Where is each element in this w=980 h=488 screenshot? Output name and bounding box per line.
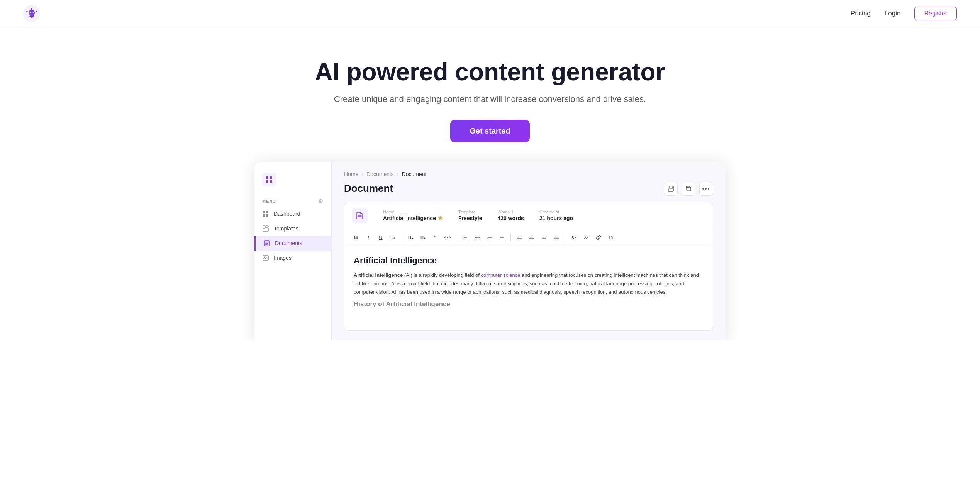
pricing-link[interactable]: Pricing (851, 10, 871, 17)
login-link[interactable]: Login (885, 10, 901, 17)
svg-rect-6 (266, 180, 268, 183)
meta-words-value: 420 words (497, 215, 524, 221)
meta-created-value: 21 hours ago (539, 215, 573, 221)
superscript-button[interactable]: X² (581, 232, 592, 243)
meta-name-label: Name (383, 210, 443, 214)
meta-bar: Name Artificial intelligence ★ Template … (344, 202, 713, 229)
clear-format-button[interactable]: Tx (605, 232, 616, 243)
meta-template: Template Freestyle (458, 210, 482, 221)
sidebar-item-dashboard[interactable]: Dashboard (254, 207, 331, 221)
breadcrumb-home[interactable]: Home (344, 171, 358, 177)
svg-point-2 (33, 12, 34, 13)
svg-rect-13 (266, 226, 268, 227)
h2-button[interactable]: H₂ (417, 232, 428, 243)
meta-created: Created at 21 hours ago (539, 210, 573, 221)
breadcrumb-documents[interactable]: Documents (366, 171, 394, 177)
documents-icon (263, 240, 270, 247)
code-button[interactable]: </> (442, 232, 453, 243)
app-preview: MENU ⚙ Dashboard (243, 162, 737, 340)
justify-button[interactable] (551, 232, 562, 243)
align-right-button[interactable] (539, 232, 549, 243)
breadcrumb-current: Document (402, 171, 427, 177)
align-center-button[interactable] (526, 232, 537, 243)
svg-rect-12 (263, 226, 265, 228)
toolbar-sep-3 (510, 234, 511, 241)
app-window: MENU ⚙ Dashboard (254, 162, 726, 340)
toolbar-sep-2 (456, 234, 456, 241)
sidebar-item-images[interactable]: Images (254, 251, 331, 265)
copy-button[interactable] (682, 182, 695, 196)
strikethrough-button[interactable]: S (388, 232, 398, 243)
breadcrumb: Home › Documents › Document (344, 171, 713, 177)
meta-template-label: Template (458, 210, 482, 214)
list-ol-button[interactable]: 123 (459, 232, 470, 243)
meta-created-label: Created at (539, 210, 573, 214)
editor[interactable]: Artificial Intelligence Artificial Intel… (344, 246, 713, 331)
sidebar-dashboard-label: Dashboard (274, 211, 300, 217)
hero-subheadline: Create unique and engaging content that … (8, 94, 972, 104)
meta-words: Words ℹ 420 words (497, 210, 524, 221)
sidebar-logo[interactable] (254, 169, 331, 194)
save-button[interactable] (664, 182, 678, 196)
svg-rect-7 (270, 180, 272, 183)
hero-section: AI powered content generator Create uniq… (0, 27, 980, 162)
doc-header: Document (344, 182, 713, 196)
toolbar-sep-1 (402, 234, 402, 241)
link-button[interactable] (593, 232, 604, 243)
subscript-button[interactable]: X₂ (568, 232, 579, 243)
align-left-button[interactable] (514, 232, 525, 243)
editor-intro: Artificial Intelligence (AI) is a rapidl… (354, 271, 704, 297)
toolbar-sep-4 (565, 234, 565, 241)
dashboard-icon (262, 210, 269, 217)
ellipsis-icon: ••• (702, 186, 710, 192)
templates-icon (262, 225, 269, 232)
navbar: Pricing Login Register (0, 0, 980, 27)
meta-name: Name Artificial intelligence ★ (383, 210, 443, 221)
svg-text:3: 3 (463, 238, 464, 240)
doc-title: Document (344, 183, 393, 195)
svg-rect-15 (263, 229, 268, 231)
sidebar-templates-label: Templates (274, 225, 298, 232)
svg-rect-4 (266, 176, 268, 179)
svg-rect-9 (266, 211, 268, 214)
settings-icon[interactable]: ⚙ (318, 198, 324, 204)
sidebar-documents-label: Documents (275, 240, 302, 246)
svg-rect-8 (263, 211, 265, 214)
toolbar: B I U S H₁ H₂ " </> 123 (344, 229, 713, 246)
breadcrumb-sep-1: › (361, 171, 363, 177)
logo[interactable] (23, 5, 40, 22)
svg-point-39 (475, 235, 476, 236)
indent-button[interactable] (497, 232, 507, 243)
breadcrumb-sep-2: › (397, 171, 399, 177)
svg-point-40 (475, 237, 476, 237)
editor-intro-link[interactable]: computer science (481, 272, 520, 278)
sidebar-section-label: MENU ⚙ (254, 194, 331, 207)
editor-intro-text: (AI) is a rapidly developing field of (403, 272, 481, 278)
sidebar: MENU ⚙ Dashboard (254, 162, 332, 340)
bold-button[interactable]: B (351, 232, 361, 243)
more-button[interactable]: ••• (699, 182, 713, 196)
sidebar-images-label: Images (274, 255, 292, 261)
svg-point-41 (475, 238, 476, 239)
star-icon: ★ (438, 215, 443, 221)
svg-rect-11 (266, 214, 268, 217)
doc-actions: ••• (664, 182, 713, 196)
editor-section2: History of Artificial Intelligence (354, 300, 704, 308)
register-button[interactable]: Register (914, 7, 957, 20)
main-content: Home › Documents › Document Document (332, 162, 726, 340)
h1-button[interactable]: H₁ (405, 232, 416, 243)
nav-links: Pricing Login Register (851, 7, 957, 20)
quote-button[interactable]: " (430, 232, 441, 243)
list-ul-button[interactable] (472, 232, 483, 243)
cta-button[interactable]: Get started (450, 120, 530, 142)
meta-template-value: Freestyle (458, 215, 482, 221)
underline-button[interactable]: U (375, 232, 386, 243)
outdent-button[interactable] (484, 232, 495, 243)
italic-button[interactable]: I (363, 232, 374, 243)
svg-rect-5 (270, 176, 272, 179)
svg-rect-25 (668, 189, 673, 191)
svg-rect-3 (262, 173, 276, 186)
sidebar-item-documents[interactable]: Documents (254, 236, 331, 251)
sidebar-item-templates[interactable]: Templates (254, 221, 331, 236)
hero-headline: AI powered content generator (8, 58, 972, 86)
